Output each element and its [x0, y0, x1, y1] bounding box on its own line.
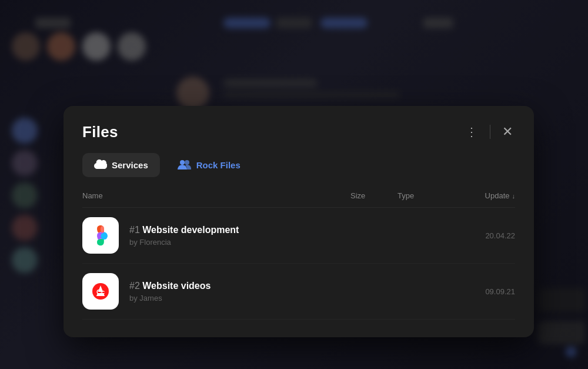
svg-rect-7: [97, 240, 101, 245]
col-header-size: Size: [350, 191, 397, 200]
svg-text:Cc: Cc: [96, 288, 105, 295]
table-header: Name Size Type Update ↓: [82, 191, 515, 208]
svg-rect-4: [97, 226, 101, 233]
tab-services[interactable]: Services: [82, 153, 160, 177]
file-date-1: 20.04.22: [445, 231, 515, 240]
close-button[interactable]: ✕: [497, 123, 517, 141]
modal-header: Files ⋮ ✕: [64, 106, 534, 153]
files-modal: Files ⋮ ✕ Services: [64, 106, 534, 337]
file-title-1: #1 Website development: [129, 225, 350, 235]
tab-rock-files[interactable]: Rock Files: [166, 153, 252, 177]
tab-services-label: Services: [112, 160, 148, 170]
files-table: Name Size Type Update ↓: [64, 191, 534, 320]
col-header-type: Type: [397, 191, 445, 200]
modal-title: Files: [82, 123, 118, 141]
tab-rock-files-label: Rock Files: [196, 160, 240, 170]
sort-arrow-icon: ↓: [512, 192, 516, 200]
file-info-2: #2 Website videos by James: [129, 281, 350, 302]
file-info-1: #1 Website development by Florencia: [129, 225, 350, 247]
svg-point-8: [101, 233, 108, 240]
file-icon-adobe: Cc: [82, 273, 119, 310]
file-number-1: #1: [129, 225, 142, 235]
col-header-name: Name: [82, 191, 350, 200]
modal-controls: ⋮ ✕: [461, 122, 517, 141]
file-author-2: by James: [129, 294, 350, 302]
svg-rect-6: [97, 233, 101, 240]
file-icon-figma: [82, 217, 119, 254]
file-number-2: #2: [129, 281, 142, 291]
svg-rect-5: [101, 226, 104, 233]
file-date-2: 09.09.21: [445, 287, 515, 296]
table-row[interactable]: Cc #2 Website videos by James 09.09.21: [82, 264, 515, 320]
file-author-1: by Florencia: [129, 238, 350, 247]
svg-point-1: [185, 160, 189, 165]
more-button[interactable]: ⋮: [461, 122, 483, 141]
file-title-2: #2 Website videos: [129, 281, 350, 291]
col-header-update: Update ↓: [445, 191, 515, 200]
table-row[interactable]: #1 Website development by Florencia 20.0…: [82, 208, 515, 264]
cloud-icon: [94, 159, 107, 171]
people-icon: [178, 159, 192, 171]
tabs-container: Services Rock Files: [64, 153, 534, 191]
svg-point-0: [180, 160, 185, 165]
header-divider: [490, 125, 490, 139]
